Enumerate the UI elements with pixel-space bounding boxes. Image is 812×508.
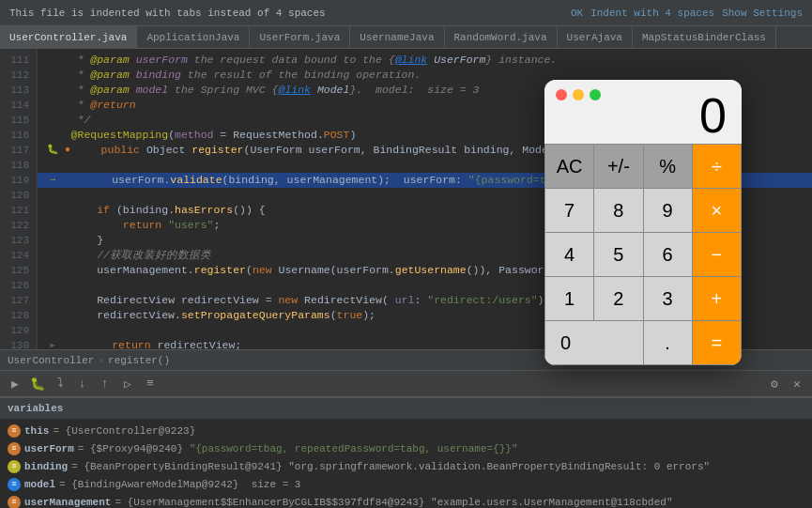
calc-decimal-button[interactable]: . [644,321,692,364]
settings-toolbar-button[interactable]: ⚙ [765,375,784,393]
tab-usercontroller[interactable]: UserController.java [0,26,137,48]
close-traffic-light[interactable] [556,89,567,100]
calc-2-button[interactable]: 2 [594,277,642,320]
calculator: 0 AC +/- % ÷ 7 8 9 × 4 5 6 − 1 2 3 + 0 .… [544,80,742,365]
breadcrumb-method[interactable]: register() [108,355,170,366]
var-icon-usermanagement: ≡ [8,496,21,508]
calc-9-button[interactable]: 9 [644,189,692,232]
code-line-111: * @param userForm the request data bound… [38,53,812,68]
calc-7-button[interactable]: 7 [545,189,593,232]
calc-1-button[interactable]: 1 [545,277,593,320]
calc-8-button[interactable]: 8 [594,189,642,232]
tab-application[interactable]: ApplicationJava [137,26,250,48]
show-settings-link[interactable]: Show Settings [722,8,803,19]
var-icon-userform: ≡ [8,442,21,455]
notification-text: This file is indented with tabs instead … [9,8,326,19]
calc-plusminus-button[interactable]: +/- [594,145,642,188]
tab-randomword[interactable]: RandomWord.java [445,26,558,48]
calc-add-button[interactable]: + [693,277,741,320]
tab-userform[interactable]: UserForm.java [250,26,350,48]
var-row-binding: ≡ binding = {BeanPropertyBindingResult@9… [8,458,804,476]
breadcrumb-class[interactable]: UserController [8,355,94,366]
evaluate-button[interactable]: ≡ [141,375,160,393]
debug-button[interactable]: 🐛 [28,375,47,393]
variables-list: ≡ this = {UserController@9223} ≡ userFor… [0,419,812,508]
run-cursor-button[interactable]: ▷ [118,375,137,393]
variables-title: variables [8,403,63,414]
calculator-buttons: AC +/- % ÷ 7 8 9 × 4 5 6 − 1 2 3 + 0 . = [544,144,742,365]
var-row-this: ≡ this = {UserController@9223} [8,423,804,440]
notification-actions: OK Indent with 4 spaces Show Settings [571,8,803,19]
variables-header: variables [0,398,812,419]
calc-equals-button[interactable]: = [693,321,741,364]
notification-bar: This file is indented with tabs instead … [0,0,812,26]
calc-ac-button[interactable]: AC [545,145,593,188]
breadcrumb-separator: › [98,355,104,366]
tab-username[interactable]: UsernameJava [350,26,444,48]
step-over-button[interactable]: ⤵ [51,375,69,393]
var-icon-this: ≡ [8,424,21,438]
indent-action-link[interactable]: Indent with 4 spaces [590,8,714,19]
var-row-userform: ≡ userForm = {$Proxy94@9240} "{password=… [8,440,804,458]
line-numbers: 111 112 113 114 115 116 117 118 119 120 … [0,49,38,349]
traffic-lights [556,89,601,100]
calc-0-button[interactable]: 0 [545,321,643,364]
toolbar-bottom: ▶ 🐛 ⤵ ↓ ↑ ▷ ≡ ⚙ ✕ [0,370,812,396]
step-out-button[interactable]: ↑ [96,375,115,393]
calc-3-button[interactable]: 3 [644,277,692,320]
step-into-button[interactable]: ↓ [73,375,92,393]
calc-5-button[interactable]: 5 [594,233,642,276]
calc-4-button[interactable]: 4 [545,233,593,276]
close-toolbar-button[interactable]: ✕ [788,375,806,393]
var-row-usermanagement: ≡ userManagement = {UserManagement$$Enha… [8,494,804,508]
tab-bar: UserController.java ApplicationJava User… [0,26,812,49]
tab-mapstatus[interactable]: MapStatusBinderClass [633,26,776,48]
calc-percent-button[interactable]: % [644,145,692,188]
variables-panel: variables ≡ this = {UserController@9223}… [0,396,812,508]
maximize-traffic-light[interactable] [590,89,601,100]
var-icon-binding: ≡ [8,460,21,473]
calc-6-button[interactable]: 6 [644,233,692,276]
minimize-traffic-light[interactable] [573,89,584,100]
ok-button[interactable]: OK [571,8,583,19]
calc-divide-button[interactable]: ÷ [693,145,741,188]
run-button[interactable]: ▶ [6,375,24,393]
calc-subtract-button[interactable]: − [693,233,741,276]
calc-multiply-button[interactable]: × [693,189,741,232]
tab-user[interactable]: UserAjava [558,26,633,48]
var-icon-model: ≡ [8,478,21,491]
var-row-model: ≡ model = {BindingAwareModelMap@9242} si… [8,476,804,494]
